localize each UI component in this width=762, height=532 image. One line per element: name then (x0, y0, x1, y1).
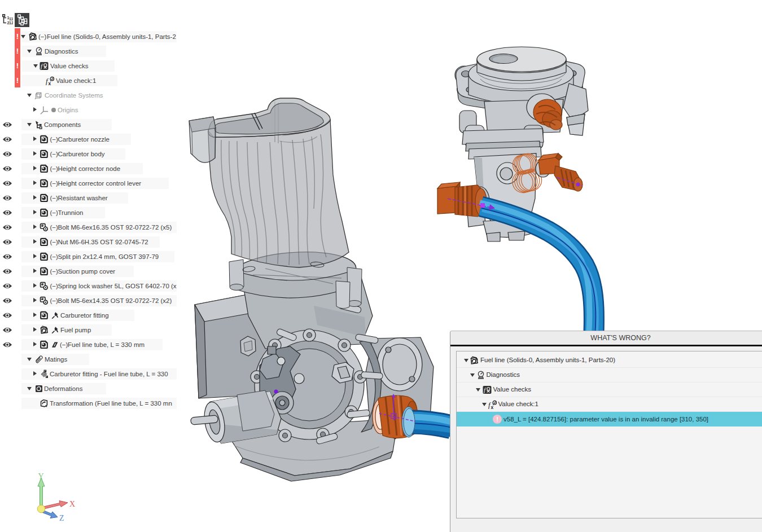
svg-text:Y: Y (38, 472, 44, 481)
svg-text:12: 12 (9, 21, 13, 25)
svg-text:Z: Z (59, 514, 64, 522)
svg-text:X: X (69, 500, 75, 508)
